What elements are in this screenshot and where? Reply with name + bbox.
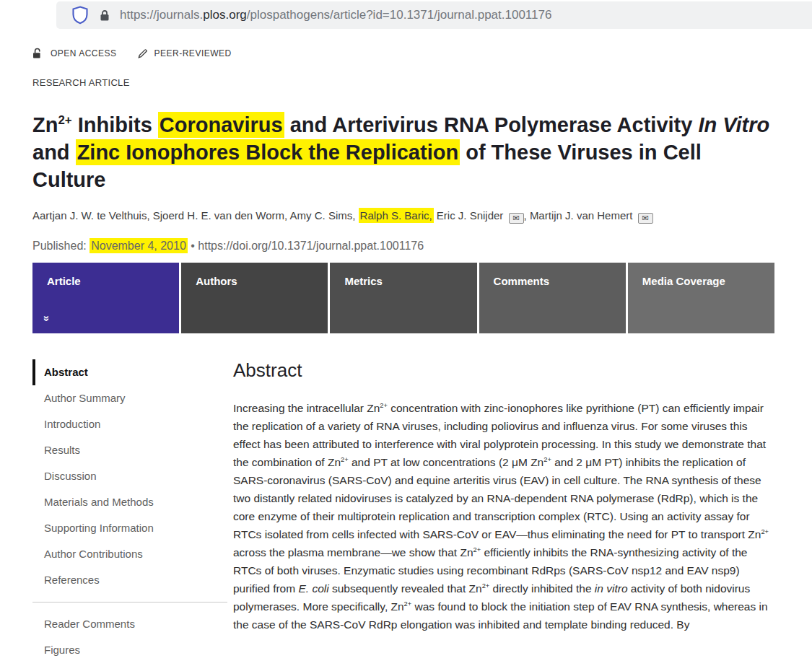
sidebar-item-supporting-information[interactable]: Supporting Information [32,515,227,541]
highlight: Zinc Ionophores Block the Replication [76,139,460,165]
author-link[interactable]: Ralph S. Baric, [359,208,434,223]
published-line: Published: November 4, 2010 • https://do… [32,240,780,253]
author-link[interactable]: Sjoerd H. E. van den Worm [153,209,284,222]
url-path: /plospathogens/article?id=10.1371/journa… [247,8,552,22]
article-tabs: Article»AuthorsMetricsCommentsMedia Cove… [32,263,774,333]
peer-reviewed-badge: PEER-REVIEWED [137,48,232,59]
sidebar-item-reader-comments[interactable]: Reader Comments [32,611,227,637]
italic-text: E. coli [298,582,328,595]
sidebar-item-abstract[interactable]: Abstract [32,359,227,385]
tab-label: Media Coverage [642,275,725,287]
envelope-icon[interactable]: ✉ [638,213,653,224]
superscript: 2+ [543,456,551,463]
sidebar-item-figures[interactable]: Figures [32,637,227,663]
superscript: 2+ [341,456,349,463]
sidebar-item-results[interactable]: Results [32,437,227,463]
sidebar-item-materials-and-methods[interactable]: Materials and Methods [32,489,227,515]
sidebar-item-references[interactable]: References [32,567,227,593]
superscript: 2+ [58,113,71,127]
tab-label: Article [47,275,81,287]
superscript: 2+ [482,582,490,590]
pencil-icon [137,48,148,59]
sidebar-item-author-summary[interactable]: Author Summary [32,385,227,411]
badges-row: OPEN ACCESS PEER-REVIEWED [32,48,780,59]
body-columns: AbstractAuthor SummaryIntroductionResult… [32,359,780,663]
abstract-heading: Abstract [233,359,776,382]
tab-media-coverage[interactable]: Media Coverage [628,263,774,333]
plos-article-page: https://journals.plos.org/plospathogens/… [0,0,812,666]
article-content: OPEN ACCESS PEER-REVIEWED RESEARCH ARTIC… [0,30,812,666]
italic-text: in vitro [595,582,628,595]
article-title: Zn2+ Inhibits Coronavirus and Arteriviru… [32,111,780,193]
italic-text: In Vitro [698,113,769,136]
url-text[interactable]: https://journals.plos.org/plospathogens/… [120,8,551,22]
tab-label: Metrics [344,275,383,287]
peer-reviewed-label: PEER-REVIEWED [154,48,232,58]
author-link[interactable]: Amy C. Sims [290,209,353,222]
chevron-down-icon[interactable]: » [41,315,53,321]
main-column: Abstract Increasing the intracellular Zn… [233,359,776,663]
section-nav: AbstractAuthor SummaryIntroductionResult… [32,359,227,663]
sidebar-divider [32,602,227,603]
tab-label: Authors [196,275,237,287]
sidebar-item-discussion[interactable]: Discussion [32,463,227,489]
author-link[interactable]: Eric J. Snijder [437,209,504,222]
open-lock-icon [32,48,44,59]
highlight: Coronavirus [158,112,284,138]
envelope-icon[interactable]: ✉ [509,213,524,224]
superscript: 2+ [473,546,481,553]
tab-metrics[interactable]: Metrics [330,263,476,333]
tab-comments[interactable]: Comments [479,263,626,333]
open-access-badge: OPEN ACCESS [32,48,117,59]
url-field[interactable]: https://journals.plos.org/plospathogens/… [56,1,812,29]
highlight: November 4, 2010 [90,238,188,253]
author-link[interactable]: Martijn J. van Hemert [530,209,633,222]
superscript: 2+ [761,528,769,535]
browser-toolbar: https://journals.plos.org/plospathogens/… [0,0,812,30]
url-scheme-subdomain: https://journals. [120,8,203,22]
lock-icon[interactable] [100,9,110,22]
tracking-shield-icon[interactable] [72,6,88,25]
open-access-label: OPEN ACCESS [51,48,117,58]
abstract-text: Increasing the intracellular Zn2+ concen… [233,399,776,634]
tab-label: Comments [494,275,550,287]
author-list: Aartjan J. W. te Velthuis, Sjoerd H. E. … [32,208,776,224]
superscript: 2+ [404,600,412,608]
sidebar-item-introduction[interactable]: Introduction [32,411,227,437]
tab-article[interactable]: Article» [32,263,179,333]
author-link[interactable]: Aartjan J. W. te Velthuis [32,209,147,222]
url-domain: plos.org [203,8,246,22]
article-type-label: RESEARCH ARTICLE [32,77,780,88]
superscript: 2+ [380,402,388,409]
sidebar-item-author-contributions[interactable]: Author Contributions [32,541,227,567]
tab-authors[interactable]: Authors [181,263,328,333]
